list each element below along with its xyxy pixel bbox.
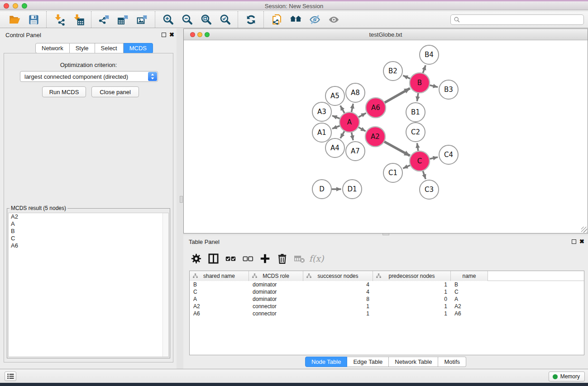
table-cell[interactable]: 1 bbox=[373, 303, 451, 310]
graph-edge-B-B1[interactable] bbox=[417, 93, 418, 101]
table-cell[interactable]: A bbox=[451, 295, 488, 303]
graph-edge-C-C3[interactable] bbox=[423, 171, 425, 179]
table-cell[interactable]: A6 bbox=[451, 310, 488, 317]
graph-edge-A-A8[interactable] bbox=[351, 104, 353, 112]
column-header-mcds-role[interactable]: MCDS role bbox=[249, 271, 303, 281]
zoom-fit-icon[interactable] bbox=[196, 12, 215, 27]
tab-network[interactable]: Network bbox=[35, 43, 70, 53]
run-mcds-button[interactable]: Run MCDS bbox=[42, 86, 86, 97]
graph-edge-B-B4[interactable] bbox=[423, 65, 425, 73]
table-row[interactable]: A2connector11A2 bbox=[190, 303, 584, 310]
add-column-icon[interactable] bbox=[258, 251, 272, 266]
table-row[interactable]: A6connector11A6 bbox=[190, 310, 584, 317]
import-network-icon[interactable] bbox=[50, 12, 69, 27]
graph-edge-C-C2[interactable] bbox=[417, 143, 418, 151]
graph-node-A3[interactable]: A3 bbox=[312, 102, 331, 121]
table-cell[interactable]: 1 bbox=[373, 288, 451, 295]
graph-node-D[interactable]: D bbox=[312, 180, 331, 199]
export-network-icon[interactable] bbox=[95, 12, 114, 27]
mcds-result-item[interactable]: C bbox=[9, 235, 168, 242]
table-cell[interactable]: A bbox=[190, 295, 249, 303]
tab-node-table[interactable]: Node Table bbox=[305, 357, 348, 367]
graph-edge-A-A6[interactable] bbox=[358, 113, 366, 118]
table-cell[interactable]: connector bbox=[249, 310, 303, 317]
graph-edge-A-A2[interactable] bbox=[358, 127, 365, 131]
graph-edge-A2-C[interactable] bbox=[384, 142, 410, 156]
table-row[interactable]: Adominator80A bbox=[190, 295, 584, 303]
table-cell[interactable]: dominator bbox=[249, 288, 303, 295]
column-header-predecessor-nodes[interactable]: predecessor nodes bbox=[373, 271, 451, 281]
tab-motifs[interactable]: Motifs bbox=[438, 357, 466, 367]
split-columns-icon[interactable] bbox=[206, 251, 220, 266]
tab-style[interactable]: Style bbox=[70, 43, 95, 53]
graph-edge-C-C4[interactable] bbox=[429, 157, 438, 159]
save-session-icon[interactable] bbox=[24, 12, 43, 27]
float-panel-icon[interactable] bbox=[162, 33, 166, 37]
optimization-criterion-select[interactable]: largest connected component (directed) bbox=[20, 71, 158, 82]
zoom-in-icon[interactable] bbox=[158, 12, 177, 27]
graph-node-C[interactable]: C bbox=[410, 151, 430, 171]
graph-edge-A-A1[interactable] bbox=[332, 126, 340, 129]
graph-node-A5[interactable]: A5 bbox=[325, 86, 344, 105]
table-cell[interactable]: dominator bbox=[249, 281, 303, 288]
graph-node-C4[interactable]: C4 bbox=[439, 145, 458, 164]
graph-edge-A-A4[interactable] bbox=[340, 131, 344, 138]
graph-node-B3[interactable]: B3 bbox=[439, 80, 458, 99]
mcds-result-item[interactable]: A bbox=[9, 220, 168, 228]
table-cell[interactable]: 8 bbox=[303, 295, 373, 303]
hide-panels-icon[interactable] bbox=[286, 12, 305, 27]
export-image-icon[interactable] bbox=[133, 12, 152, 27]
table-row[interactable]: Bdominator41B bbox=[190, 281, 584, 288]
close-table-panel-icon[interactable]: ✖ bbox=[579, 238, 584, 245]
graph-node-A7[interactable]: A7 bbox=[346, 142, 365, 161]
table-cell[interactable]: dominator bbox=[249, 295, 303, 303]
float-table-panel-icon[interactable] bbox=[572, 239, 576, 244]
show-all-icon[interactable] bbox=[324, 12, 343, 27]
import-table-icon[interactable] bbox=[69, 12, 88, 27]
graph-node-D1[interactable]: D1 bbox=[343, 180, 362, 199]
table-cell[interactable]: B bbox=[451, 281, 488, 288]
delete-icon[interactable] bbox=[275, 251, 289, 266]
graph-node-A1[interactable]: A1 bbox=[312, 123, 331, 142]
tab-select[interactable]: Select bbox=[95, 43, 124, 53]
graph-node-B1[interactable]: B1 bbox=[406, 103, 425, 122]
graph-node-A[interactable]: A bbox=[339, 112, 359, 132]
graph-node-C2[interactable]: C2 bbox=[406, 123, 425, 142]
mcds-result-item[interactable]: A2 bbox=[9, 213, 168, 220]
table-cell[interactable]: 1 bbox=[303, 310, 373, 317]
tab-mcds[interactable]: MCDS bbox=[124, 43, 153, 53]
graph-node-B2[interactable]: B2 bbox=[383, 62, 402, 81]
graph-node-B4[interactable]: B4 bbox=[420, 45, 439, 64]
mcds-result-item[interactable]: B bbox=[9, 228, 168, 235]
graph-node-C3[interactable]: C3 bbox=[420, 180, 439, 199]
table-cell[interactable]: 0 bbox=[373, 295, 451, 303]
table-row[interactable]: Cdominator41C bbox=[190, 288, 584, 295]
open-file-icon[interactable] bbox=[5, 12, 24, 27]
mcds-result-item[interactable]: A6 bbox=[9, 242, 168, 249]
vertical-splitter-handle[interactable] bbox=[180, 196, 183, 203]
table-cell[interactable]: 4 bbox=[303, 281, 373, 288]
column-header-shared-name[interactable]: shared name bbox=[190, 271, 249, 281]
table-cell[interactable]: 4 bbox=[303, 288, 373, 295]
graph-edge-A-A3[interactable] bbox=[332, 116, 340, 119]
graph-edge-B-B2[interactable] bbox=[403, 76, 410, 79]
gear-icon[interactable] bbox=[189, 251, 203, 266]
column-header-name[interactable]: name bbox=[451, 271, 488, 281]
memory-button[interactable]: Memory bbox=[549, 372, 585, 381]
list-scrollbar[interactable] bbox=[163, 213, 168, 357]
close-panel-icon[interactable]: ✖ bbox=[169, 31, 174, 38]
table-cell[interactable]: 1 bbox=[303, 303, 373, 310]
search-input[interactable] bbox=[450, 14, 584, 25]
table-cell[interactable]: C bbox=[451, 288, 488, 295]
export-table-icon[interactable] bbox=[114, 12, 133, 27]
network-canvas[interactable]: B4B2BB3B1A5A8A6A3AA1A2C2A4A7CC4C1C3DD1 bbox=[184, 40, 588, 233]
graph-edge-B-B3[interactable] bbox=[429, 85, 438, 87]
refresh-layout-icon[interactable] bbox=[241, 12, 260, 27]
table-cell[interactable]: A6 bbox=[190, 310, 249, 317]
deselect-all-icon[interactable] bbox=[241, 251, 254, 266]
graph-node-C1[interactable]: C1 bbox=[383, 163, 402, 182]
table-cell[interactable]: B bbox=[190, 281, 249, 288]
tab-network-table[interactable]: Network Table bbox=[389, 357, 438, 367]
table-cell[interactable]: connector bbox=[249, 303, 303, 310]
table-cell[interactable]: A2 bbox=[190, 303, 249, 310]
